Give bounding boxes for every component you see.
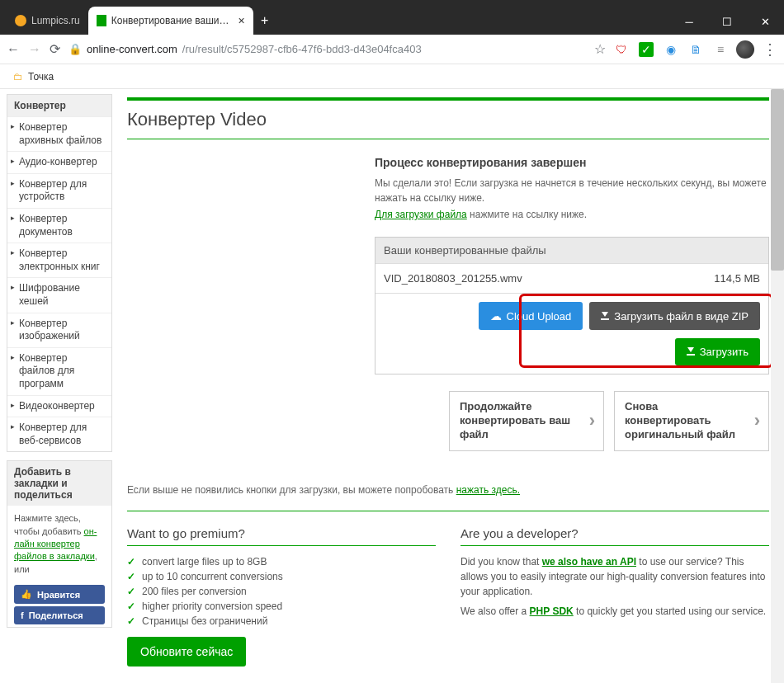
share-button[interactable]: fПоделиться: [14, 606, 105, 624]
url-host: online-convert.com: [87, 43, 177, 55]
like-button[interactable]: Нравится: [14, 585, 105, 604]
ext-icon-blue[interactable]: ◉: [664, 42, 678, 57]
result-area: Процесс конвертирования завершен Мы сдел…: [375, 156, 769, 451]
developer-p1: Did you know that we also have an API to…: [460, 554, 769, 599]
browser-tab-active[interactable]: Конвертирование ваших файл ×: [88, 7, 253, 35]
reconvert-original-button[interactable]: Снова конвертировать оригинальный файл: [614, 391, 769, 451]
sidebar-item-archive[interactable]: Конвертер архивных файлов: [7, 116, 111, 151]
feature-item: Страницы без ограничений: [127, 614, 436, 629]
back-button[interactable]: ←: [7, 42, 20, 57]
cloud-upload-button[interactable]: ☁ Cloud Upload: [479, 302, 583, 330]
developer-column: Are you a developer? Did you know that w…: [460, 526, 769, 667]
sidebar-item-webservice[interactable]: Конвертер для веб-сервисов: [7, 417, 111, 451]
download-icon: [601, 313, 609, 320]
ext-icon-notes[interactable]: 🗎: [688, 42, 703, 57]
minimize-button[interactable]: ─: [670, 8, 708, 35]
files-heading: Ваши конвертированные файлы: [375, 238, 768, 263]
sdk-link[interactable]: PHP SDK: [530, 605, 574, 617]
url-path: /ru/result/c5752987-cfb6-47f6-bdd3-d43e0…: [182, 43, 422, 55]
download-label: Загрузить: [700, 346, 749, 358]
feature-item: higher priority conversion speed: [127, 599, 436, 614]
forward-button[interactable]: →: [28, 42, 41, 57]
download-icon: [687, 348, 695, 356]
thumb-icon: [21, 589, 32, 600]
like-label: Нравится: [37, 590, 80, 600]
info-columns: Want to go premium? convert large files …: [127, 526, 769, 667]
sidebar-item-video[interactable]: Видеоконвертер: [7, 395, 111, 417]
tab-favicon: [97, 15, 106, 26]
reload-button[interactable]: ⟳: [50, 41, 60, 57]
premium-features: convert large files up to 8GB up to 10 c…: [127, 554, 436, 629]
page-title: Конвертер Video: [127, 109, 769, 130]
window-titlebar: Lumpics.ru Конвертирование ваших файл × …: [0, 0, 784, 35]
zip-label: Загрузить файл в виде ZIP: [614, 310, 749, 323]
divider: [127, 545, 436, 546]
new-tab-button[interactable]: +: [253, 13, 276, 28]
premium-title: Want to go premium?: [127, 526, 436, 540]
address-bar[interactable]: 🔒 online-convert.com/ru/result/c5752987-…: [68, 43, 586, 55]
premium-column: Want to go premium? convert large files …: [127, 526, 436, 667]
bookmark-item[interactable]: Точка: [28, 71, 54, 82]
divider: [127, 139, 769, 139]
sidebar-bookmark-block: Добавить в закладки и поделиться Нажмите…: [7, 460, 112, 628]
file-name: VID_20180803_201255.wmv: [384, 272, 714, 285]
page-scrollbar[interactable]: [771, 89, 784, 683]
sidebar-item-ebook[interactable]: Конвертер электронных книг: [7, 243, 111, 277]
share-label: Поделиться: [29, 610, 83, 620]
scrollbar-thumb[interactable]: [771, 89, 784, 271]
developer-title: Are you a developer?: [460, 526, 769, 540]
fallback-prefix: Если выше не появились кнопки для загруз…: [127, 484, 456, 496]
dev-text: We also offer a: [460, 605, 530, 617]
ext-icon-check[interactable]: ✓: [639, 42, 654, 57]
sidebar-item-hash[interactable]: Шифрование хешей: [7, 277, 111, 312]
feature-item: up to 10 concurrent conversions: [127, 569, 436, 584]
download-zip-button[interactable]: Загрузить файл в виде ZIP: [589, 302, 760, 330]
fallback-link[interactable]: нажать здесь.: [456, 484, 520, 496]
file-row: VID_20180803_201255.wmv 114,5 MB: [375, 263, 768, 293]
facebook-icon: f: [21, 610, 24, 620]
header-accent-bar: [127, 97, 769, 101]
completion-text-2: нажмите на ссылку ниже.: [467, 209, 587, 220]
continue-convert-button[interactable]: Продолжайте конвертировать ваш файл: [449, 391, 604, 451]
tab-favicon: [15, 15, 26, 26]
upgrade-button[interactable]: Обновите сейчас: [127, 637, 246, 667]
feature-item: convert large files up to 8GB: [127, 554, 436, 569]
ext-icon-list[interactable]: ≡: [713, 42, 728, 57]
sidebar-item-audio[interactable]: Аудио-конвертер: [7, 151, 111, 173]
sidebar-item-document[interactable]: Конвертер документов: [7, 208, 111, 243]
tab-title: Lumpics.ru: [31, 15, 80, 26]
window-controls: ─ ☐ ✕: [670, 8, 784, 35]
sidebar-list: Конвертер архивных файлов Аудио-конверте…: [7, 116, 111, 451]
feature-item: 200 files per conversion: [127, 584, 436, 599]
cloud-label: Cloud Upload: [507, 310, 572, 323]
download-link[interactable]: Для загрузки файла: [375, 209, 467, 220]
close-button[interactable]: ✕: [746, 8, 784, 35]
continue-row: Продолжайте конвертировать ваш файл Снов…: [375, 391, 769, 451]
browser-tab-inactive[interactable]: Lumpics.ru: [7, 7, 88, 35]
sidebar-item-software[interactable]: Конвертер файлов для программ: [7, 347, 111, 395]
sidebar-categories: Конвертер Конвертер архивных файлов Ауди…: [7, 94, 112, 452]
developer-p2: We also offer a PHP SDK to quickly get y…: [460, 604, 769, 619]
maximize-button[interactable]: ☐: [708, 8, 746, 35]
cloud-icon: ☁: [490, 309, 502, 323]
bookmark-heading: Добавить в закладки и поделиться: [7, 461, 111, 506]
sidebar-item-device[interactable]: Конвертер для устройств: [7, 173, 111, 208]
profile-avatar[interactable]: [736, 40, 754, 59]
main-content: Конвертер Video Процесс конвертирования …: [112, 89, 784, 683]
close-icon[interactable]: ×: [239, 15, 245, 26]
download-button[interactable]: Загрузить: [675, 338, 760, 365]
sidebar-item-image[interactable]: Конвертер изображений: [7, 313, 111, 347]
chrome-menu-button[interactable]: ⋮: [763, 40, 777, 59]
bookmarks-bar: 🗀 Точка: [0, 64, 784, 89]
tab-title: Конвертирование ваших файл: [111, 15, 234, 26]
file-size: 114,5 MB: [714, 272, 760, 285]
dev-text: Did you know that: [460, 556, 542, 568]
divider: [460, 545, 769, 546]
files-panel: Ваши конвертированные файлы VID_20180803…: [375, 237, 769, 374]
dev-text: to quickly get you started using our ser…: [574, 605, 766, 617]
api-link[interactable]: we also have an API: [542, 556, 636, 568]
lock-icon: 🔒: [68, 43, 82, 55]
star-icon[interactable]: ☆: [594, 41, 606, 57]
fallback-text: Если выше не появились кнопки для загруз…: [127, 484, 769, 511]
ext-icon-adblock[interactable]: 🛡: [614, 42, 629, 57]
